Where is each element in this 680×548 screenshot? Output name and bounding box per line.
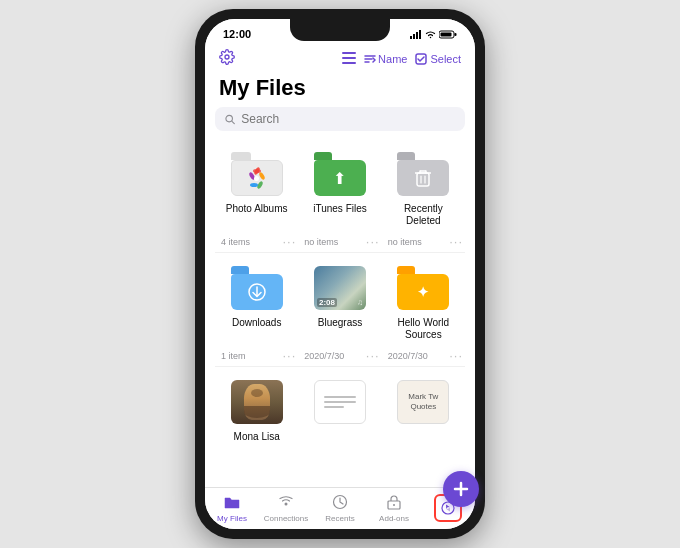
- svg-rect-17: [417, 173, 429, 186]
- svg-rect-2: [416, 32, 418, 39]
- sort-button[interactable]: Name: [364, 53, 407, 65]
- select-label: Select: [430, 53, 461, 65]
- select-button[interactable]: Select: [415, 53, 461, 65]
- download-icon: [248, 283, 266, 301]
- meta-text: 2020/7/30: [304, 351, 344, 361]
- separator: [215, 366, 465, 367]
- svg-line-16: [232, 121, 234, 123]
- list-item[interactable]: [298, 369, 381, 447]
- box-nav-icon: [386, 494, 402, 510]
- nav-label-recents: Recents: [325, 514, 354, 523]
- svg-point-7: [225, 55, 229, 59]
- bottom-nav: My Files Connections: [205, 487, 475, 529]
- nav-label-addons: Add-ons: [379, 514, 409, 523]
- file-meta: 4 items ···: [215, 233, 298, 250]
- list-item[interactable]: ✦ Hello World Sources: [382, 255, 465, 345]
- more-dots[interactable]: ···: [282, 235, 296, 248]
- svg-rect-9: [342, 57, 356, 59]
- nav-label-myfiles: My Files: [217, 514, 247, 523]
- folder-orange-icon: ✦: [397, 266, 449, 310]
- folder-icon-wrap: [230, 263, 284, 313]
- marktwain-label: Mark TwQuotes: [406, 390, 440, 413]
- thumbnail-wrap: [230, 377, 284, 427]
- list-item[interactable]: Photo Albums: [215, 141, 298, 231]
- meta-text: 2020/7/30: [388, 351, 428, 361]
- music-icon: ♫: [357, 298, 363, 307]
- search-icon: [225, 114, 235, 125]
- svg-rect-5: [455, 33, 457, 36]
- nav-item-connections[interactable]: Connections: [259, 488, 313, 529]
- file-name: Mona Lisa: [234, 431, 280, 443]
- nav-item-recents[interactable]: Recents: [313, 488, 367, 529]
- thumbnail-wrap: Mark TwQuotes: [396, 377, 450, 427]
- battery-icon: [439, 30, 457, 39]
- sort-label: Name: [378, 53, 407, 65]
- phone-notch: [290, 19, 390, 41]
- folder-icon-wrap: ⬆: [313, 149, 367, 199]
- more-dots[interactable]: ···: [366, 349, 380, 362]
- svg-point-15: [226, 115, 233, 122]
- doc-line: [324, 401, 356, 403]
- meta-text: 1 item: [221, 351, 246, 361]
- list-item[interactable]: Recently Deleted: [382, 141, 465, 231]
- addons-icon: [386, 494, 402, 513]
- meta-row-1: 4 items ··· no items ··· no items ···: [215, 233, 465, 250]
- file-name: Bluegrass: [318, 317, 362, 329]
- nav-label-connections: Connections: [264, 514, 308, 523]
- doc-lines: [324, 396, 356, 408]
- list-item[interactable]: ⬆ iTunes Files: [298, 141, 381, 231]
- more-dots[interactable]: ···: [449, 235, 463, 248]
- more-dots[interactable]: ···: [449, 349, 463, 362]
- settings-icon[interactable]: [219, 49, 235, 69]
- signal-icon: [410, 30, 422, 39]
- folder-gray-trash-icon: [397, 152, 449, 196]
- wifi-icon: [425, 30, 436, 39]
- doc-line: [324, 396, 356, 398]
- myfiles-icon: [224, 494, 240, 513]
- trash-icon: [415, 169, 431, 187]
- meta-text: 4 items: [221, 237, 250, 247]
- status-icons: [410, 30, 457, 39]
- file-name: Downloads: [232, 317, 281, 329]
- list-item[interactable]: 2:08 ♫ Bluegrass: [298, 255, 381, 345]
- folder-icon-wrap: [396, 149, 450, 199]
- status-time: 12:00: [223, 28, 251, 40]
- nav-item-addons[interactable]: Add-ons: [367, 488, 421, 529]
- svg-rect-3: [419, 30, 421, 39]
- folder-nav-icon: [224, 494, 240, 510]
- more-dots[interactable]: ···: [282, 349, 296, 362]
- list-item[interactable]: Downloads: [215, 255, 298, 345]
- connections-icon: [278, 494, 294, 513]
- more-dots[interactable]: ···: [366, 235, 380, 248]
- file-meta: no items ···: [298, 233, 381, 250]
- mona-thumbnail: [231, 380, 283, 424]
- search-bar[interactable]: [215, 107, 465, 131]
- files-grid: Photo Albums ⬆ iTunes Files: [205, 137, 475, 487]
- svg-rect-8: [342, 52, 356, 54]
- folder-blue-download-icon: [231, 266, 283, 310]
- svg-marker-34: [446, 507, 451, 512]
- bluegrass-thumbnail: 2:08 ♫: [314, 266, 366, 310]
- svg-rect-10: [342, 62, 356, 64]
- doc-line: [324, 406, 344, 408]
- file-name: Recently Deleted: [386, 203, 461, 227]
- duration-label: 2:08: [317, 298, 337, 307]
- grid-row-2: Downloads 2:08 ♫ Bluegrass: [215, 255, 465, 345]
- file-name: Hello World Sources: [386, 317, 461, 341]
- folder-photo-icon: [231, 152, 283, 196]
- svg-point-28: [285, 503, 288, 506]
- nav-item-myfiles[interactable]: My Files: [205, 488, 259, 529]
- page-title: My Files: [205, 73, 475, 107]
- mona-face: [244, 384, 270, 420]
- folder-icon-wrap: [230, 149, 284, 199]
- search-input[interactable]: [241, 112, 455, 126]
- toolbar-right: Name Select: [342, 50, 461, 68]
- list-item[interactable]: Mona Lisa: [215, 369, 298, 447]
- add-fab-button[interactable]: [443, 471, 475, 507]
- list-view-icon[interactable]: [342, 50, 356, 68]
- meta-text: no items: [388, 237, 422, 247]
- svg-rect-1: [413, 34, 415, 39]
- file-meta: 2020/7/30 ···: [298, 347, 381, 364]
- recents-icon: [332, 494, 348, 513]
- list-item[interactable]: Mark TwQuotes: [382, 369, 465, 447]
